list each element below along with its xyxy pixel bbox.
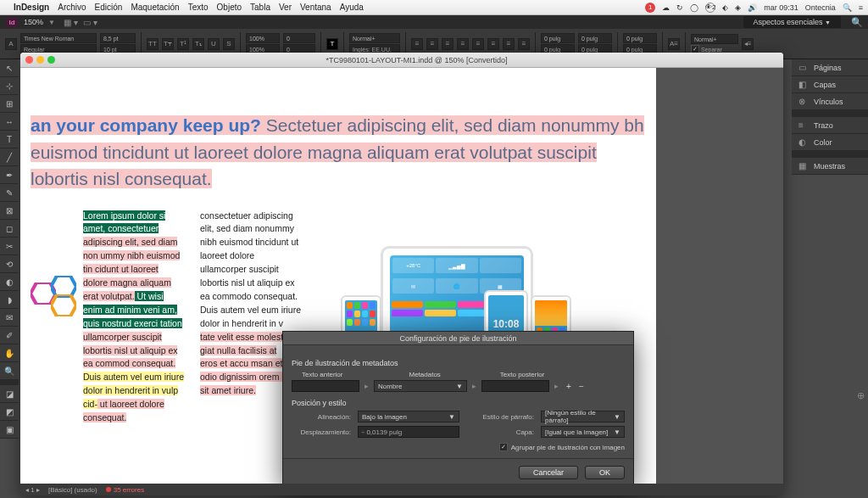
menu-maquetacion[interactable]: Maquetación [131,3,179,12]
texto-anterior-field[interactable] [292,380,359,392]
font-size-field[interactable]: 8,5 pt [100,33,136,43]
zoom-level[interactable]: 150% [24,18,43,26]
search-icon[interactable]: 🔍 [851,17,863,28]
smallcaps-icon[interactable]: Tᴛ [162,38,174,50]
ok-button[interactable]: OK [585,466,625,479]
first-line-field[interactable]: 0 pulg [578,33,612,43]
pencil-tool[interactable]: ✎ [0,184,19,202]
align-center-icon[interactable]: ≡ [426,38,438,50]
capa-select[interactable]: [Igual que la imagen]▼ [541,426,625,438]
desplazamiento-field[interactable]: ÷0,0139 pulg [358,426,459,438]
volume-icon[interactable]: 🔊 [748,3,757,12]
direct-selection-tool[interactable]: ⊹ [0,77,19,95]
menu-ayuda[interactable]: Ayuda [340,3,364,12]
add-row-button[interactable]: + [564,381,574,391]
justify-right-icon[interactable]: ≡ [503,38,515,50]
wifi-icon[interactable]: ◈ [735,3,741,12]
gap-tool[interactable]: ↔ [0,113,19,131]
hand-tool[interactable]: ✋ [0,344,19,362]
menu-edicion[interactable]: Edición [95,3,123,12]
default-fill-stroke-icon[interactable]: ◩ [0,403,19,421]
menu-tabla[interactable]: Tabla [250,3,270,12]
agrupar-checkbox[interactable]: ✓ [499,443,508,451]
strikethrough-icon[interactable]: S [223,38,235,50]
document-titlebar[interactable]: *TC9980101-LAYOUT-MI1.indd @ 150% [Conve… [20,53,783,68]
panel-capas[interactable]: ◧Capas [792,76,868,93]
scissors-tool[interactable]: ✂ [0,238,19,255]
user-icon[interactable]: ◯ [690,3,698,12]
pen-tool[interactable]: ✒ [0,166,19,184]
cancel-button[interactable]: Cancelar [519,466,578,479]
cloud-icon[interactable]: ☁ [662,3,670,12]
indent-left-field[interactable]: 0 pulg [541,33,575,43]
gradient-tool[interactable]: ◐ [0,273,19,291]
clock[interactable]: mar 09:31 [764,3,798,12]
panel-vinculos[interactable]: ⊗Vínculos [792,93,868,110]
zoom-tool[interactable]: 🔍 [0,362,19,380]
space-before-field[interactable]: 0 pulg [623,33,657,43]
dropbox-icon[interactable]: ⬖ [722,3,728,12]
eyedropper-tool[interactable]: ✐ [0,327,19,344]
char-mode-icon[interactable]: A [5,38,17,50]
allcaps-icon[interactable]: TT [147,38,159,50]
gradient-feather-tool[interactable]: ◗ [0,291,19,309]
underline-icon[interactable]: U [208,38,220,50]
alineacion-select[interactable]: Bajo la imagen▼ [358,411,459,422]
close-window-icon[interactable] [25,56,33,64]
page-tool[interactable]: ⊞ [0,95,19,113]
free-transform-tool[interactable]: ⟲ [0,255,19,273]
workspace-switcher[interactable]: Aspectos esenciales ▼ [743,16,842,28]
zoom-in-icon[interactable]: ⊕ [857,390,865,401]
menu-objeto[interactable]: Objeto [217,3,242,12]
rectangle-tool[interactable]: ◻ [0,220,19,238]
menu-ventana[interactable]: Ventana [300,3,331,12]
panel-menu-icon[interactable]: ◂≡ [742,38,754,50]
fill-stroke-icon[interactable]: ◪ [0,385,19,403]
status-style[interactable]: [Básico] (usado) [48,486,97,494]
menu-ver[interactable]: Ver [279,3,292,12]
hexagon-graphic[interactable] [31,276,81,316]
headline-block[interactable]: an your company keep up? Sectetuer adipi… [31,112,646,193]
align-left-icon[interactable]: ≡ [411,38,423,50]
panel-trazo[interactable]: ≡Trazo [792,117,868,134]
view-bridge-icon[interactable]: ▦ ▾ [64,18,78,27]
preflight-errors[interactable]: 35 errores [106,486,144,494]
remove-row-button[interactable]: − [576,381,587,391]
subscript-icon[interactable]: T₁ [192,38,204,50]
user-name[interactable]: Ontecnia [805,3,836,12]
dialog-title[interactable]: Configuración de pie de ilustración [283,332,633,345]
view-mode-icon[interactable]: ▭ ▾ [83,18,97,27]
spotlight-icon[interactable]: 🔍 [843,3,852,12]
menu-texto[interactable]: Texto [188,3,209,12]
estilo-parrafo-select[interactable]: [Ningún estilo de párrafo]▼ [541,411,625,422]
texto-posterior-field[interactable] [481,380,549,392]
sync-icon[interactable]: ↻ [676,3,683,12]
justify-icon[interactable]: ≡ [457,38,469,50]
justify-full-icon[interactable]: ≡ [518,38,530,50]
view-mode-normal-icon[interactable]: ▣ [0,421,19,439]
kerning-field[interactable]: 0 [283,33,315,43]
para-style-field[interactable]: Normal+ [349,33,400,43]
selection-tool[interactable]: ↖ [0,59,19,77]
panel-paginas[interactable]: ▭Páginas [792,59,868,76]
metadatos-select[interactable]: Nombre▼ [374,380,467,392]
zoom-dropdown-icon[interactable]: ▼ [48,19,55,26]
dropcap-icon[interactable]: A≡ [668,38,680,50]
vscale-field[interactable]: 100% [246,33,280,43]
menu-extra-icon[interactable]: ≡ [859,3,863,12]
panel-muestras[interactable]: ▦Muestras [792,158,868,175]
font-family-field[interactable]: Times New Roman [20,33,97,43]
fill-color-icon[interactable]: T [326,38,338,50]
notification-badge-icon[interactable]: 1 [645,3,655,13]
char-style-field[interactable]: Normal+ [691,34,738,44]
panel-color[interactable]: ◐Color [792,134,868,151]
minimize-window-icon[interactable] [36,56,44,64]
menu-archivo[interactable]: Archivo [58,3,86,12]
note-tool[interactable]: ✉ [0,309,19,327]
align-right-icon[interactable]: ≡ [442,38,453,50]
text-column-1[interactable]: Lorem ipsum dolor si amet, consectetuer … [83,210,185,426]
rectangle-frame-tool[interactable]: ⊠ [0,202,19,220]
zoom-window-icon[interactable] [47,56,55,64]
superscript-icon[interactable]: T¹ [177,38,189,50]
line-tool[interactable]: ╱ [0,148,19,166]
